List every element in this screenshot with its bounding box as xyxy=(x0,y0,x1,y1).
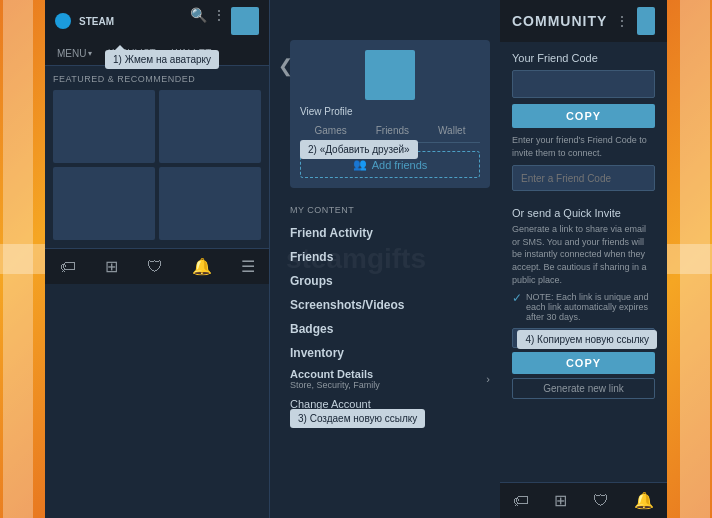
profile-avatar xyxy=(365,50,415,100)
content-item-inventory[interactable]: Inventory xyxy=(290,341,490,365)
community-bottom-nav: 🏷 ⊞ 🛡 🔔 xyxy=(500,482,667,518)
my-content: MY CONTENT Friend Activity Friends Group… xyxy=(290,205,490,415)
store-icon[interactable]: ⊞ xyxy=(105,257,118,276)
account-sub-label: Store, Security, Family xyxy=(290,380,380,390)
tooltip-3: 3) Создаем новую ссылку xyxy=(290,409,425,428)
community-avatar[interactable] xyxy=(637,7,655,35)
friend-code-input[interactable] xyxy=(512,70,655,98)
chevron-right-icon: › xyxy=(486,373,490,385)
gift-left-decoration xyxy=(0,0,45,518)
content-item-groups[interactable]: Groups xyxy=(290,269,490,293)
featured-card-3[interactable] xyxy=(53,167,155,240)
featured-cards xyxy=(53,90,261,240)
quick-invite-section: Or send a Quick Invite Generate a link t… xyxy=(500,201,667,405)
bars-icon[interactable]: ☰ xyxy=(241,257,255,276)
content-item-friends[interactable]: Friends xyxy=(290,245,490,269)
left-bottom-nav: 🏷 ⊞ 🛡 🔔 ☰ xyxy=(45,248,269,284)
featured-card-4[interactable] xyxy=(159,167,261,240)
community-tag-icon[interactable]: 🏷 xyxy=(513,492,529,510)
right-panel: COMMUNITY ⋮ Your Friend Code COPY Enter … xyxy=(500,0,667,518)
friend-code-title: Your Friend Code xyxy=(512,52,655,64)
main-container: STEAM 🔍 ⋮ MENU ▾ WISHLIST WALLET 1) Жмем… xyxy=(45,0,667,518)
copy-friend-code-button[interactable]: COPY xyxy=(512,104,655,128)
content-item-friend-activity[interactable]: Friend Activity xyxy=(290,221,490,245)
steam-header: STEAM 🔍 ⋮ xyxy=(45,0,269,42)
gift-right-decoration xyxy=(667,0,712,518)
search-icon[interactable]: 🔍 xyxy=(190,7,207,35)
back-button[interactable]: ❮ xyxy=(278,55,293,77)
profile-card: View Profile Games Friends Wallet 👥 Add … xyxy=(290,40,490,188)
community-store-icon[interactable]: ⊞ xyxy=(554,491,567,510)
gift-ribbon-vertical-right xyxy=(680,0,710,518)
steam-nav: 🔍 ⋮ xyxy=(190,7,259,35)
tab-friends[interactable]: Friends xyxy=(376,125,409,136)
my-content-label: MY CONTENT xyxy=(290,205,490,215)
quick-invite-note: NOTE: Each link is unique and each link … xyxy=(526,292,655,322)
tag-icon[interactable]: 🏷 xyxy=(60,258,76,276)
friend-code-section: Your Friend Code COPY Enter your friend'… xyxy=(500,42,667,201)
quick-invite-desc: Generate a link to share via email or SM… xyxy=(512,223,655,286)
tab-games[interactable]: Games xyxy=(314,125,346,136)
steam-logo-icon xyxy=(55,13,71,29)
tab-wallet[interactable]: Wallet xyxy=(438,125,465,136)
shield-icon[interactable]: 🛡 xyxy=(147,258,163,276)
account-details-label: Account Details xyxy=(290,368,380,380)
chevron-down-icon: ▾ xyxy=(88,49,92,58)
featured-card-1[interactable] xyxy=(53,90,155,163)
enter-friend-code-input[interactable] xyxy=(512,165,655,191)
featured-label: FEATURED & RECOMMENDED xyxy=(53,74,261,84)
steam-logo-text: STEAM xyxy=(79,16,114,27)
tooltip-1: 1) Жмем на аватарку xyxy=(105,50,219,69)
tooltip-2: 2) «Добавить друзей» xyxy=(300,140,418,159)
left-panel: STEAM 🔍 ⋮ MENU ▾ WISHLIST WALLET 1) Жмем… xyxy=(45,0,270,518)
tab-menu[interactable]: MENU ▾ xyxy=(53,46,96,61)
community-menu-icon[interactable]: ⋮ xyxy=(615,13,629,29)
community-title: COMMUNITY xyxy=(512,13,607,29)
content-item-badges[interactable]: Badges xyxy=(290,317,490,341)
avatar[interactable] xyxy=(231,7,259,35)
quick-invite-title: Or send a Quick Invite xyxy=(512,207,655,219)
content-item-screenshots[interactable]: Screenshots/Videos xyxy=(290,293,490,317)
community-bell-icon[interactable]: 🔔 xyxy=(634,491,654,510)
community-header: COMMUNITY ⋮ xyxy=(500,0,667,42)
featured-card-2[interactable] xyxy=(159,90,261,163)
copy-invite-link-button[interactable]: COPY xyxy=(512,352,655,374)
menu-icon[interactable]: ⋮ xyxy=(212,7,226,35)
tooltip-4: 4) Копируем новую ссылку xyxy=(517,330,657,349)
middle-panel: ❮ View Profile Games Friends Wallet 👥 Ad… xyxy=(270,0,500,518)
featured-section: FEATURED & RECOMMENDED xyxy=(45,66,269,248)
generate-new-link-button[interactable]: Generate new link xyxy=(512,378,655,399)
checkmark-icon: ✓ xyxy=(512,291,522,305)
plus-icon: 👥 xyxy=(353,158,367,171)
content-item-account[interactable]: Account Details Store, Security, Family … xyxy=(290,365,490,393)
bell-icon[interactable]: 🔔 xyxy=(192,257,212,276)
view-profile-button[interactable]: View Profile xyxy=(300,106,353,117)
community-shield-icon[interactable]: 🛡 xyxy=(593,492,609,510)
gift-ribbon-vertical-left xyxy=(3,0,33,518)
friend-code-helper: Enter your friend's Friend Code to invit… xyxy=(512,134,655,159)
